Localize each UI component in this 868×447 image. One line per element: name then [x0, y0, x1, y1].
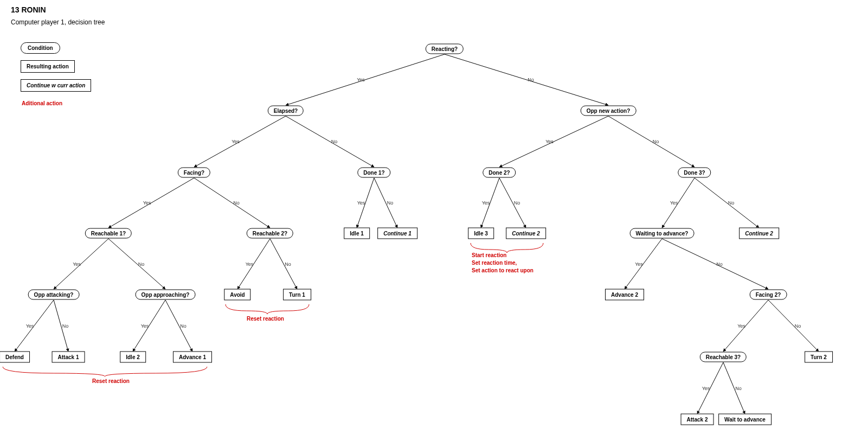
node-continue2b: Continue 2: [739, 228, 779, 239]
node-advance1: Advance 1: [173, 352, 212, 363]
node-defend: Defend: [0, 352, 30, 363]
node-turn1: Turn 1: [283, 289, 311, 301]
edge-label: Yes: [357, 77, 365, 82]
node-attack2: Attack 2: [681, 414, 714, 425]
node-idle3: Idle 3: [468, 228, 494, 239]
edge-label: Yes: [73, 261, 81, 267]
annotation-start-reaction: Set reaction time,: [472, 260, 517, 266]
edge-label: No: [285, 261, 291, 267]
node-waittoadv: Wait to advance: [718, 414, 771, 425]
annotation-reset-reaction: Reset reaction: [247, 316, 284, 322]
node-oppnew: Opp new action?: [581, 106, 636, 116]
node-avoid: Avoid: [224, 289, 250, 301]
edge-label: No: [331, 139, 338, 144]
diagram-stage: Reacting?Elapsed?Opp new action?Facing?D…: [0, 0, 868, 447]
edge-label: No: [735, 386, 742, 391]
edge-label: No: [728, 200, 735, 206]
annotation-reset-reaction: Reset reaction: [92, 378, 130, 384]
node-advance2: Advance 2: [605, 289, 644, 301]
node-done1: Done 1?: [357, 168, 390, 178]
node-oppapp: Opp approaching?: [136, 290, 196, 300]
edge-label: Yes: [141, 323, 149, 329]
edge-label: No: [138, 261, 145, 267]
node-attack1: Attack 1: [52, 352, 85, 363]
node-turn2: Turn 2: [805, 352, 833, 363]
edge-label: No: [716, 261, 723, 267]
edge-label: Yes: [737, 323, 745, 329]
edge-label: Yes: [545, 139, 554, 144]
edge-label: Yes: [702, 386, 710, 391]
node-done3: Done 3?: [678, 168, 711, 178]
node-reacting: Reacting?: [426, 44, 464, 54]
edge-label: Yes: [143, 200, 151, 206]
edge-label: Yes: [357, 200, 365, 206]
edge-label: Yes: [232, 139, 240, 144]
node-continue2a: Continue 2: [506, 228, 546, 239]
edge-label: Yes: [246, 261, 254, 267]
node-elapsed: Elapsed?: [268, 106, 304, 116]
node-idle2: Idle 2: [120, 352, 146, 363]
node-facing: Facing?: [178, 168, 210, 178]
node-reach3: Reachable 3?: [700, 352, 747, 362]
node-facing2: Facing 2?: [750, 290, 787, 300]
edge-label: Yes: [26, 323, 34, 329]
node-oppatk: Opp attacking?: [28, 290, 80, 300]
edge-label: No: [233, 200, 240, 206]
edge-label: No: [795, 323, 801, 329]
edge-label: No: [180, 323, 187, 329]
edge-label: No: [62, 323, 69, 329]
edge-label: No: [528, 77, 534, 82]
node-reach2: Reachable 2?: [247, 228, 293, 239]
node-idle1: Idle 1: [344, 228, 370, 239]
node-reach1: Reachable 1?: [85, 228, 132, 239]
annotation-start-reaction: Set action to react upon: [472, 267, 533, 273]
edge-label: No: [514, 200, 520, 206]
edge-label: Yes: [482, 200, 490, 206]
node-done2: Done 2?: [483, 168, 516, 178]
edge-label: No: [653, 139, 659, 144]
edge-label: Yes: [670, 200, 678, 206]
node-waitingadv: Waiting to advance?: [630, 228, 695, 239]
annotation-start-reaction: Start reaction: [472, 252, 506, 258]
edge-label: Yes: [635, 261, 643, 267]
node-continue1: Continue 1: [377, 228, 417, 239]
edge-label: No: [387, 200, 394, 206]
